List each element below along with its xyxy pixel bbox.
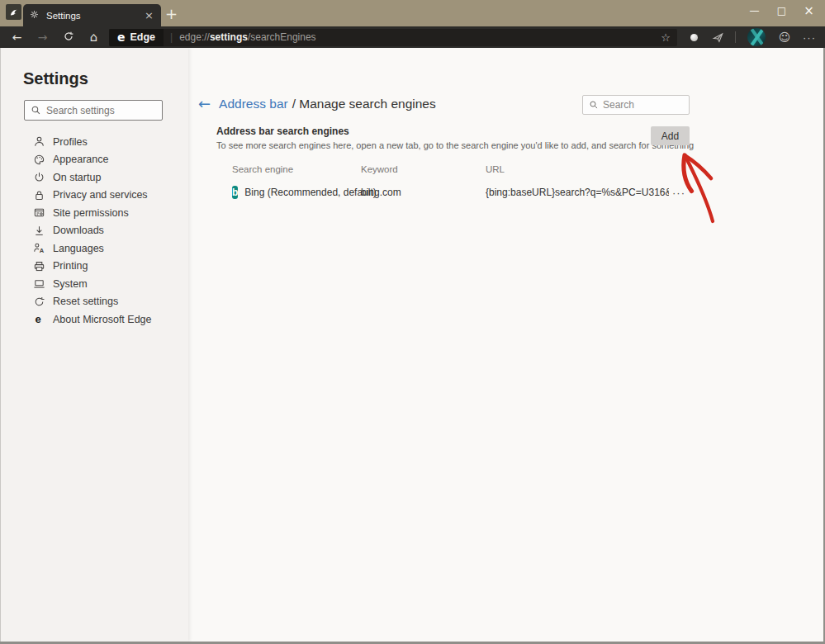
download-icon <box>33 225 45 237</box>
page-search-input[interactable] <box>603 99 683 111</box>
tab-close-icon[interactable]: × <box>145 10 154 21</box>
bing-logo-icon: b <box>232 186 238 199</box>
row-more-options-icon[interactable]: ··· <box>669 187 689 199</box>
lock-icon <box>33 189 45 201</box>
maximize-button[interactable]: □ <box>768 5 795 17</box>
edge-logo-icon: e <box>117 31 126 43</box>
profile-avatar[interactable] <box>747 28 766 46</box>
breadcrumb-link-address-bar[interactable]: Address bar <box>219 97 288 111</box>
refresh-icon[interactable] <box>55 31 81 44</box>
url-text[interactable]: edge://settings/searchEngines <box>179 31 315 43</box>
send-plane-icon[interactable] <box>705 31 730 44</box>
header-search-engine: Search engine <box>232 164 361 174</box>
reset-icon <box>33 296 45 308</box>
sidebar-item-downloads[interactable]: Downloads <box>0 222 188 240</box>
laptop-icon <box>33 277 45 290</box>
translate-icon: A <box>33 242 45 254</box>
close-button[interactable]: × <box>795 3 823 18</box>
window-border-left <box>0 48 1 644</box>
edge-site-badge: e Edge <box>109 29 164 46</box>
page-title: / Manage search engines <box>292 97 436 111</box>
sidebar-nav: Profiles Appearance On startup Privacy a… <box>0 133 188 329</box>
table-row: b Bing (Recommended, default) bing.com {… <box>232 182 689 203</box>
engine-name: Bing (Recommended, default) <box>244 187 376 198</box>
back-button[interactable]: ← <box>4 31 30 43</box>
favorite-star-icon[interactable]: ☆ <box>661 31 677 44</box>
search-engines-table: Search engine Keyword URL b Bing (Recomm… <box>232 162 689 203</box>
sidebar-item-profiles[interactable]: Profiles <box>0 133 188 151</box>
keyword-cell: bing.com <box>361 187 486 198</box>
svg-text:e: e <box>35 313 40 325</box>
feedback-smiley-icon[interactable]: ☺ <box>772 31 797 44</box>
palette-icon <box>33 154 45 166</box>
browser-toolbar: ← → ⌂ e Edge | edge://settings/searchEng… <box>0 26 825 48</box>
settings-more-icon[interactable]: ··· <box>797 31 822 44</box>
settings-main-panel: ← Address bar / Manage search engines Ad… <box>188 48 825 642</box>
sidebar-title: Settings <box>23 69 188 88</box>
address-bar[interactable]: e Edge | edge://settings/searchEngines ☆ <box>109 29 677 46</box>
header-url: URL <box>486 164 669 174</box>
search-icon <box>589 100 599 110</box>
section-heading: Address bar search engines <box>216 125 349 137</box>
add-search-engine-button[interactable]: Add <box>651 126 690 145</box>
sidebar-item-privacy[interactable]: Privacy and services <box>0 187 188 205</box>
engine-cell: b Bing (Recommended, default) <box>232 186 361 199</box>
site-permissions-icon <box>33 206 45 219</box>
table-header-row: Search engine Keyword URL <box>232 162 689 177</box>
edge-badge-label: Edge <box>130 31 156 43</box>
toolbar-divider <box>735 31 736 43</box>
url-cell: {bing:baseURL}search?q=%s&PC=U316&{bing:… <box>486 187 669 198</box>
gear-icon <box>29 8 40 23</box>
sidebar-item-site-permissions[interactable]: Site permissions <box>0 204 188 222</box>
forward-button[interactable]: → <box>30 31 55 43</box>
minimize-button[interactable]: — <box>741 5 768 17</box>
browser-tab-settings[interactable]: Settings × <box>23 4 161 26</box>
page-content: Settings Profiles Appearance On startup <box>0 48 825 642</box>
page-search-box[interactable] <box>582 95 690 115</box>
toolbar-right-icons: ☺ ··· <box>682 28 822 46</box>
bird-logo-icon <box>6 4 21 20</box>
url-host: settings <box>210 31 248 43</box>
search-icon <box>31 105 41 116</box>
header-keyword: Keyword <box>361 164 486 174</box>
settings-sidebar: Settings Profiles Appearance On startup <box>0 48 188 642</box>
section-description: To see more search engines here, open a … <box>216 140 694 150</box>
svg-text:A: A <box>40 247 45 254</box>
breadcrumb: ← Address bar / Manage search engines <box>198 94 436 114</box>
sidebar-search-box[interactable] <box>24 100 163 121</box>
tab-title: Settings <box>46 11 145 21</box>
sidebar-search-input[interactable] <box>46 105 156 116</box>
sidebar-item-system[interactable]: System <box>0 275 188 293</box>
sidebar-item-reset-settings[interactable]: Reset settings <box>0 293 188 311</box>
breadcrumb-back-icon[interactable]: ← <box>198 97 211 111</box>
window-controls: — □ × <box>741 0 823 21</box>
sidebar-item-about-edge[interactable]: e About Microsoft Edge <box>0 310 188 329</box>
extension-ball-icon[interactable] <box>682 34 705 41</box>
url-path: /searchEngines <box>248 31 316 43</box>
home-button[interactable]: ⌂ <box>81 31 107 44</box>
new-tab-button[interactable]: + <box>165 5 178 22</box>
person-icon <box>33 135 45 148</box>
sidebar-item-printing[interactable]: Printing <box>0 258 188 276</box>
sidebar-item-appearance[interactable]: Appearance <box>0 151 188 169</box>
address-separator: | <box>170 31 173 43</box>
sidebar-item-on-startup[interactable]: On startup <box>0 168 188 187</box>
power-icon <box>33 171 45 183</box>
url-scheme: edge:// <box>179 31 210 43</box>
printer-icon <box>33 260 45 272</box>
edge-logo-icon: e <box>33 313 45 325</box>
sidebar-item-languages[interactable]: A Languages <box>0 239 188 258</box>
title-bar: Settings × + — □ × <box>0 0 825 26</box>
